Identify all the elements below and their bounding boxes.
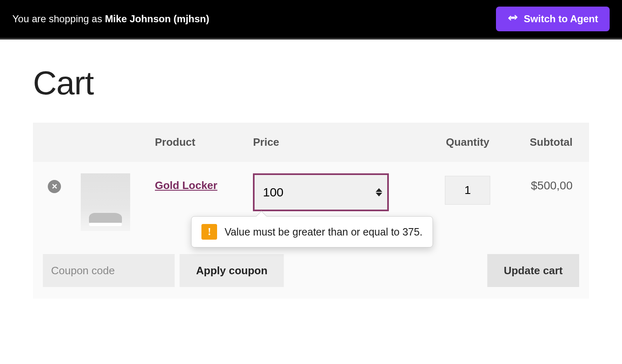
cart-row: ✕ Gold Locker — [33, 162, 589, 243]
col-price: Price — [243, 123, 429, 162]
cart-table-wrap: Product Price Quantity Subtotal ✕ — [33, 123, 589, 299]
col-quantity: Quantity — [429, 123, 506, 162]
col-product: Product — [145, 123, 243, 162]
col-subtotal: Subtotal — [507, 123, 589, 162]
shopping-as-prefix: You are shopping as — [12, 13, 105, 24]
switch-to-agent-button[interactable]: Switch to Agent — [496, 7, 610, 31]
validation-message: Value must be greater than or equal to 3… — [224, 226, 422, 238]
close-icon: ✕ — [51, 182, 58, 191]
validation-tooltip: ! Value must be greater than or equal to… — [191, 216, 433, 247]
apply-coupon-button[interactable]: Apply coupon — [180, 254, 284, 287]
quantity-input[interactable] — [445, 176, 490, 205]
swap-icon — [507, 12, 518, 26]
product-name-link[interactable]: Gold Locker — [155, 179, 217, 192]
stepper-up-icon[interactable] — [376, 188, 382, 192]
shopping-as-bar: You are shopping as Mike Johnson (mjhsn)… — [0, 0, 622, 40]
cart-table: Product Price Quantity Subtotal ✕ — [33, 123, 589, 299]
shopping-as-user: Mike Johnson (mjhsn) — [105, 13, 209, 24]
price-input[interactable] — [253, 173, 389, 211]
product-thumbnail[interactable] — [81, 173, 130, 231]
subtotal-value: $500,00 — [517, 173, 579, 192]
warning-icon: ! — [201, 224, 217, 240]
shoe-icon — [89, 213, 122, 224]
coupon-code-input[interactable] — [43, 254, 175, 287]
switch-to-agent-label: Switch to Agent — [524, 13, 598, 25]
update-cart-button[interactable]: Update cart — [487, 254, 579, 287]
page-title: Cart — [33, 64, 589, 102]
stepper-down-icon[interactable] — [376, 193, 382, 196]
cart-actions-row: Apply coupon Update cart — [33, 243, 589, 299]
price-stepper — [376, 188, 382, 196]
shopping-as-text: You are shopping as Mike Johnson (mjhsn) — [12, 13, 209, 25]
remove-item-button[interactable]: ✕ — [48, 180, 61, 193]
